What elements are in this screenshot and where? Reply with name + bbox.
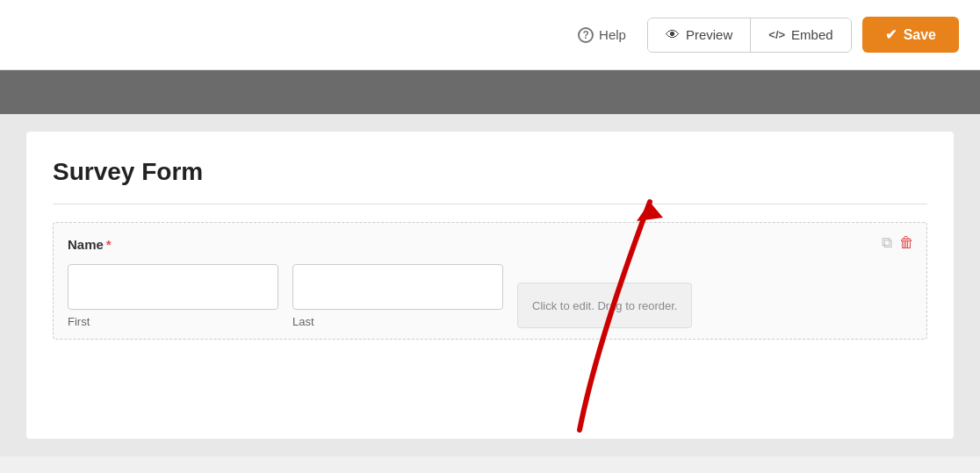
gray-bar — [0, 70, 980, 114]
first-name-group: First — [68, 264, 278, 328]
preview-embed-group: 👁 Preview </> Embed — [647, 18, 852, 53]
embed-icon: </> — [768, 28, 785, 41]
top-bar: ? Help 👁 Preview </> Embed ✔ Save — [0, 0, 980, 70]
duplicate-field-button[interactable]: ⧉ — [882, 233, 892, 252]
copy-icon: ⧉ — [882, 234, 892, 251]
help-icon: ? — [578, 27, 594, 43]
click-to-edit-hint[interactable]: Click to edit. Drag to reorder. — [517, 283, 692, 328]
save-icon: ✔ — [885, 26, 897, 43]
preview-button[interactable]: 👁 Preview — [648, 18, 751, 52]
form-title: Survey Form — [53, 158, 927, 186]
last-name-sublabel: Last — [292, 315, 503, 328]
help-label: Help — [599, 27, 626, 42]
preview-icon: 👁 — [666, 27, 680, 43]
first-name-input[interactable] — [68, 264, 278, 310]
name-input-row: First Last Click to edit. Drag to reorde… — [68, 264, 912, 328]
main-content: Survey Form Name* ⧉ 🗑 First — [0, 114, 980, 456]
name-field-label: Name* — [68, 237, 912, 252]
required-marker: * — [106, 237, 112, 252]
first-name-sublabel: First — [68, 315, 278, 328]
trash-icon: 🗑 — [899, 234, 914, 251]
embed-label: Embed — [791, 27, 833, 42]
save-label: Save — [904, 27, 936, 43]
field-action-icons: ⧉ 🗑 — [882, 233, 914, 252]
last-name-group: Last — [292, 264, 503, 328]
help-button[interactable]: ? Help — [567, 20, 637, 50]
save-button[interactable]: ✔ Save — [862, 17, 959, 53]
last-name-input[interactable] — [292, 264, 503, 310]
delete-field-button[interactable]: 🗑 — [899, 233, 914, 252]
name-field-block: Name* ⧉ 🗑 First Last Click — [53, 222, 927, 340]
form-container: Survey Form Name* ⧉ 🗑 First — [26, 132, 954, 439]
embed-button[interactable]: </> Embed — [751, 18, 850, 52]
form-divider — [53, 204, 927, 204]
preview-label: Preview — [686, 27, 732, 42]
